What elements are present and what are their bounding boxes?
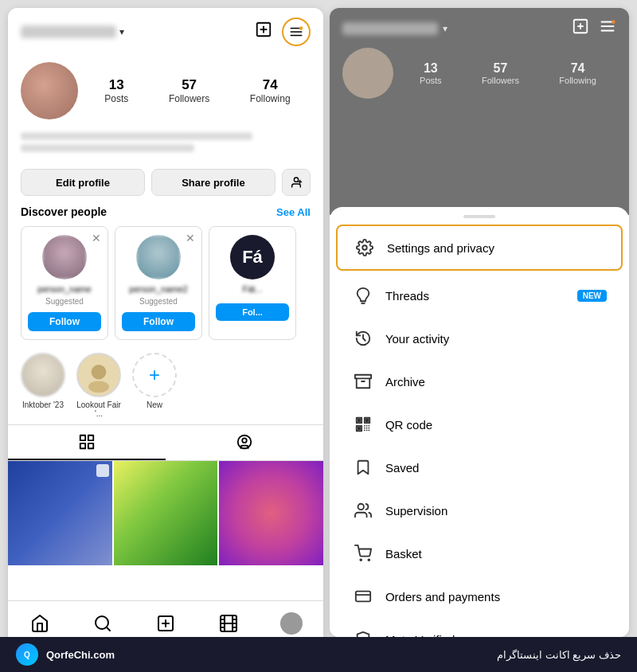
svg-point-12: [88, 381, 109, 393]
menu-item-basket[interactable]: Basket: [336, 532, 623, 575]
menu-icon[interactable]: [282, 18, 311, 46]
nav-home[interactable]: [22, 606, 57, 641]
header-icons: [255, 18, 311, 46]
right-menu-icon[interactable]: [599, 18, 616, 39]
add-person-button[interactable]: [282, 169, 311, 196]
menu-drawer: Settings and privacy Threads NEW Your ac…: [330, 207, 629, 637]
orders-icon: [352, 585, 374, 608]
activity-icon: [352, 327, 374, 350]
menu-item-meta[interactable]: Meta Verified: [336, 618, 623, 637]
menu-item-archive[interactable]: Archive: [336, 360, 623, 403]
discover-header: Discover people See All: [21, 205, 311, 218]
username-area: ▾: [21, 25, 124, 38]
stats-row: 13 Posts 57 Followers 74 Following: [84, 77, 311, 104]
right-chevron-icon[interactable]: ▾: [443, 23, 447, 34]
edit-profile-button[interactable]: Edit profile: [21, 169, 145, 196]
watermark-site: QorfeChi.com: [46, 649, 115, 661]
svg-rect-47: [358, 428, 360, 430]
qr-icon: [352, 413, 374, 436]
watermark-logo: Q: [16, 643, 38, 666]
followers-label: Followers: [169, 93, 209, 104]
menu-item-qrcode[interactable]: QR code: [336, 403, 623, 446]
svg-rect-15: [80, 443, 85, 448]
svg-rect-40: [355, 375, 371, 379]
card-name-2: person_name2: [122, 284, 195, 294]
saved-icon: [352, 456, 374, 479]
svg-point-7: [294, 178, 298, 182]
watermark-bar: Q QorfeChi.com حذف سریع اکانت اینستاگرام: [0, 637, 637, 672]
followers-count: 57: [182, 77, 197, 93]
tab-grid[interactable]: [8, 425, 166, 460]
svg-line-20: [106, 627, 109, 630]
right-following-label: Following: [559, 76, 596, 85]
nav-profile[interactable]: [274, 606, 309, 641]
svg-point-11: [92, 365, 107, 380]
settings-label: Settings and privacy: [387, 241, 605, 255]
following-label: Following: [250, 93, 291, 104]
story-lookout[interactable]: Lookout Fair '...: [75, 353, 123, 418]
follow-button-3[interactable]: Fol...: [216, 303, 289, 321]
svg-point-38: [612, 20, 616, 24]
following-count: 74: [263, 77, 278, 93]
posts-label: Posts: [104, 93, 128, 104]
menu-item-orders[interactable]: Orders and payments: [336, 575, 623, 618]
photo-1-wrapper: [8, 461, 112, 565]
story-new[interactable]: + New: [132, 353, 177, 409]
card-close-1[interactable]: ✕: [92, 232, 101, 244]
tab-tagged[interactable]: [166, 425, 323, 460]
story-circle-new: +: [132, 353, 177, 397]
card-avatar-1: [42, 235, 87, 279]
menu-item-threads[interactable]: Threads NEW: [336, 274, 623, 317]
threads-icon: [352, 284, 374, 307]
right-add-icon[interactable]: [572, 18, 589, 39]
follow-button-1[interactable]: Follow: [28, 312, 101, 331]
menu-item-supervision[interactable]: Supervision: [336, 489, 623, 532]
right-posts-stat: 13 Posts: [420, 61, 442, 85]
stories-row: Inktober '23 Lookout Fair '... + New: [8, 346, 323, 424]
main-container: ▾ 13 Posts 57: [0, 0, 637, 637]
svg-rect-14: [88, 436, 93, 440]
left-header: ▾: [8, 8, 323, 56]
nav-search[interactable]: [85, 606, 120, 641]
threads-badge: NEW: [577, 290, 607, 302]
followers-stat: 57 Followers: [169, 77, 209, 104]
chevron-down-icon[interactable]: ▾: [119, 26, 124, 37]
basket-icon: [352, 542, 374, 565]
add-icon[interactable]: [255, 21, 272, 43]
card-sub-1: Suggested: [45, 297, 84, 306]
following-stat: 74 Following: [250, 77, 291, 104]
see-all-link[interactable]: See All: [276, 206, 311, 218]
right-followers-count: 57: [494, 61, 508, 76]
nav-reels[interactable]: [211, 606, 246, 641]
story-label-lookout: Lookout Fair '...: [75, 400, 123, 418]
profile-stats: 13 Posts 57 Followers 74 Following: [8, 56, 323, 132]
svg-rect-13: [80, 436, 85, 440]
archive-label: Archive: [385, 375, 607, 389]
card-avatar-3: Fá: [230, 235, 275, 279]
follow-button-2[interactable]: Follow: [122, 312, 195, 331]
story-inktober[interactable]: Inktober '23: [21, 353, 65, 409]
left-panel: ▾ 13 Posts 57: [8, 8, 323, 645]
menu-item-settings[interactable]: Settings and privacy: [336, 225, 623, 271]
nav-add[interactable]: [148, 606, 183, 641]
svg-rect-46: [366, 420, 369, 422]
activity-label: Your activity: [385, 332, 607, 346]
card-close-2[interactable]: ✕: [186, 232, 195, 244]
qrcode-label: QR code: [385, 418, 607, 432]
right-posts-count: 13: [424, 61, 438, 76]
share-profile-button[interactable]: Share profile: [151, 169, 276, 196]
menu-item-saved[interactable]: Saved: [336, 446, 623, 489]
svg-point-6: [299, 26, 303, 30]
svg-rect-45: [358, 420, 360, 422]
story-label-new: New: [147, 400, 162, 409]
menu-item-activity[interactable]: Your activity: [336, 317, 623, 360]
photo-2[interactable]: [114, 461, 218, 565]
right-followers-label: Followers: [482, 76, 519, 85]
svg-rect-16: [88, 443, 93, 448]
right-username: [342, 22, 438, 35]
card-avatar-2: [136, 235, 181, 279]
right-profile-row: 13 Posts 57 Followers 74 Following: [342, 48, 616, 99]
photo-1[interactable]: [8, 461, 112, 565]
posts-stat: 13 Posts: [104, 77, 128, 104]
photo-3[interactable]: [219, 461, 323, 565]
